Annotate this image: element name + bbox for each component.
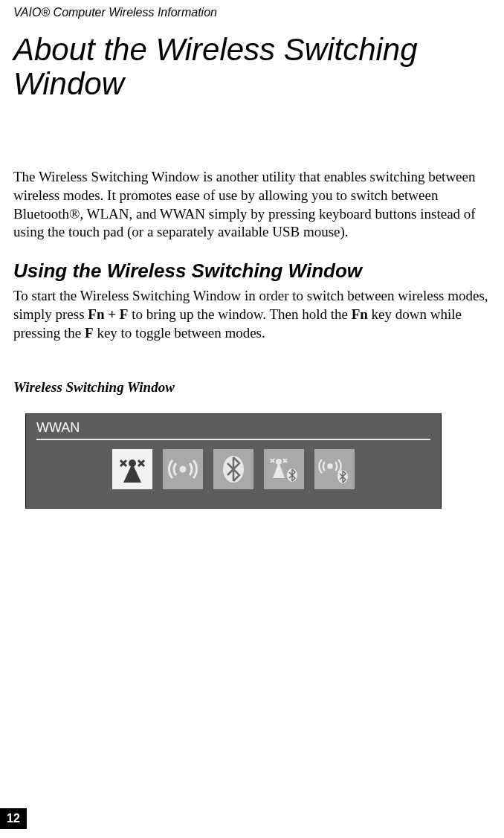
body-text-part: key to toggle between modes. bbox=[94, 325, 265, 341]
bluetooth-icon bbox=[213, 449, 253, 489]
figure-icon-row bbox=[36, 449, 430, 489]
wlan-icon bbox=[163, 449, 203, 489]
wlan-bluetooth-icon bbox=[314, 449, 355, 489]
section-heading: Using the Wireless Switching Window bbox=[13, 260, 491, 283]
document-header: VAIO® Computer Wireless Information bbox=[13, 6, 491, 19]
svg-point-5 bbox=[329, 465, 332, 468]
figure-divider bbox=[36, 439, 430, 440]
page-title: About the Wireless Switching Window bbox=[13, 33, 491, 101]
figure-caption: Wireless Switching Window bbox=[13, 379, 491, 396]
key-combo-3: F bbox=[85, 325, 94, 341]
section-body: To start the Wireless Switching Window i… bbox=[13, 287, 491, 342]
key-combo-2: Fn bbox=[352, 306, 368, 322]
wwan-icon bbox=[112, 449, 152, 489]
page-number: 12 bbox=[0, 808, 27, 829]
body-text-part: to bring up the window. Then hold the bbox=[128, 306, 351, 322]
wwan-bluetooth-icon bbox=[264, 449, 304, 489]
figure-mode-label: WWAN bbox=[36, 420, 430, 436]
svg-point-1 bbox=[181, 467, 185, 471]
intro-paragraph: The Wireless Switching Window is another… bbox=[13, 168, 491, 242]
wireless-switching-window-figure: WWAN bbox=[25, 413, 442, 509]
key-combo-1: Fn + F bbox=[88, 306, 128, 322]
